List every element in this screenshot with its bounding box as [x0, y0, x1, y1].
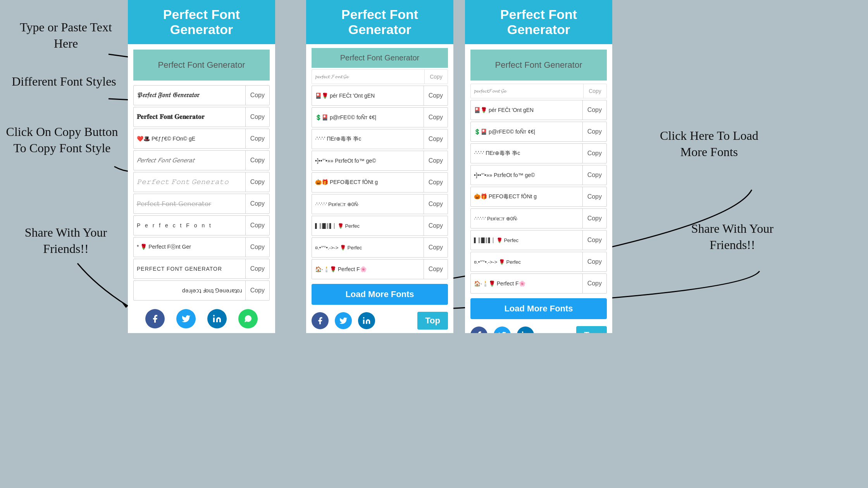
svg-marker-5 — [122, 303, 128, 308]
copy-button[interactable]: Copy — [245, 281, 269, 300]
font-row: 💲🎴 p@rFE©© foÑт ¢€| Copy — [312, 107, 448, 127]
font-row: 𝔓𝔢𝔯𝔣𝔢𝔠𝔱 𝔉𝔬𝔫𝔱 𝔊𝔢𝔫𝔢𝔯𝔞𝔱𝔬𝔯 Copy — [133, 85, 270, 105]
left-panel-header-2: Perfect Font Generator — [465, 0, 612, 44]
font-row: ɹoʇɐɹǝuǝ⅁ ʇuoℲ ʇɔǝɟɹǝd Copy — [133, 280, 270, 301]
font-row: •]••°'•»» PεrfeOt fo™ ge© Copy — [312, 151, 448, 171]
copy-button[interactable]: Copy — [582, 187, 606, 206]
tw-3[interactable] — [494, 326, 511, 333]
font-text: 𝙿𝚎𝚛𝚏𝚎𝚌𝚝 𝙵𝚘𝚗𝚝 𝙶𝚎𝚗𝚎𝚛𝚊𝚝𝚘 — [134, 178, 245, 186]
linkedin-button[interactable] — [207, 309, 227, 328]
copy-button[interactable]: Copy — [424, 259, 448, 279]
font-row: * 🌹 Perfect Fⓞnt Ger Copy — [133, 237, 270, 257]
copy-button[interactable]: Copy — [245, 86, 269, 105]
copy-button[interactable]: Copy — [582, 100, 606, 120]
copy-button[interactable]: Copy — [424, 108, 448, 127]
fb-3[interactable] — [470, 326, 487, 333]
copy-button[interactable]: Copy — [424, 173, 448, 192]
copy-button[interactable]: Copy — [582, 209, 606, 228]
facebook-button-right[interactable] — [312, 312, 329, 329]
font-row: 🎃🎁 PEFО毒ECT fÔNt g Copy — [470, 187, 607, 207]
left-panel-header: Perfect Font Generator — [128, 0, 275, 44]
font-text: ▌║█║▌│ 🌹 Perfec — [312, 223, 424, 229]
annotation-copy: Click On Copy Button To Copy Font Style — [4, 124, 120, 156]
font-text: 💲🎴 p@rFE©© foÑт ¢€| — [312, 114, 424, 120]
font-row: 🎃🎁 PEFО毒ECT fÔNt g Copy — [312, 172, 448, 192]
copy-button[interactable]: Copy — [245, 172, 269, 192]
twitter-button-right[interactable] — [335, 312, 352, 329]
copy-button[interactable]: Copy — [582, 230, 606, 250]
copy-button[interactable]: Copy — [245, 194, 269, 213]
font-row: 🏠·🕯️🌹 Perfect F🌸 Copy — [470, 273, 607, 294]
copy-button[interactable]: Copy — [424, 129, 448, 149]
font-text: 𝓹𝓮𝓻𝓯𝓮𝓬𝓽 𝓕𝓸𝓷𝓽 𝓖𝓮 — [312, 74, 424, 80]
font-row: ¤.•°'°•.->-> 🌹 Perfec Copy — [470, 252, 607, 272]
copy-button[interactable]: Copy — [583, 84, 606, 98]
left-panel-2: Perfect Font Generator Perfect Font Gene… — [465, 0, 612, 333]
copy-button[interactable]: Copy — [245, 259, 269, 278]
copy-button[interactable]: Copy — [582, 252, 606, 271]
copy-button[interactable]: Copy — [424, 86, 448, 105]
font-row: ·'·'·'·' ΠEr⊕毒亊 亊c Copy — [312, 129, 448, 149]
font-row: P e r f e c t F o n t Copy — [133, 215, 270, 235]
font-text: 𝓹𝓮𝓻𝓯𝓮𝓬𝓽𝓕𝓸𝓷𝓽 𝓖𝓮 — [471, 88, 583, 94]
top-button[interactable]: Top — [417, 312, 448, 330]
font-row: ▌║█║▌│ 🌹 Perfec Copy — [312, 216, 448, 236]
annotation-share-right: Share With Your Friends!! — [682, 221, 783, 253]
font-text: 🎃🎁 PEFО毒ECT fÔNt g — [471, 193, 582, 200]
linkedin-button-right[interactable] — [358, 312, 375, 329]
font-row: •]••°'•»» PεrfeOt fo™ ge© Copy — [470, 165, 607, 185]
copy-button[interactable]: Copy — [424, 70, 448, 84]
copy-button[interactable]: Copy — [245, 107, 269, 127]
font-row: 💲🎴 p@rFE©© foÑт ¢€| Copy — [470, 122, 607, 142]
font-text: * 🌹 Perfect Fⓞnt Ger — [134, 244, 245, 251]
copy-button[interactable]: Copy — [424, 238, 448, 257]
whatsapp-button[interactable] — [238, 309, 258, 328]
font-row: ·'·'·'·'·' Pεя'e□т ⊕0Ñ· Copy — [470, 208, 607, 229]
copy-button[interactable]: Copy — [245, 151, 269, 170]
font-row: 🎴🌹 pér FEČt 'Ont gEN Copy — [470, 100, 607, 120]
copy-button[interactable]: Copy — [424, 216, 448, 235]
copy-button[interactable]: Copy — [424, 194, 448, 214]
copy-button[interactable]: Copy — [582, 274, 606, 293]
font-row: 🏠·🕯️🌹 Perfect F🌸 Copy — [312, 259, 448, 279]
load-more-button-2[interactable]: Load More Fonts — [470, 298, 607, 319]
font-text: ·'·'·'·'·' Pεя'e□т ⊕0Ñ· — [312, 201, 424, 207]
top-button-2[interactable]: Top — [576, 326, 607, 333]
font-text: P̶e̶r̶f̶e̶c̶t̶ ̶F̶o̶n̶t̶ ̶G̶e̶n̶e̶r̶a̶t̶… — [134, 200, 245, 208]
copy-button[interactable]: Copy — [245, 237, 269, 257]
font-text: 𝔓𝔢𝔯𝔣𝔢𝔠𝔱 𝔉𝔬𝔫𝔱 𝔊𝔢𝔫𝔢𝔯𝔞𝔱𝔬𝔯 — [134, 91, 245, 99]
font-text: 💲🎴 p@rFE©© foÑт ¢€| — [471, 129, 582, 135]
font-text: ɹoʇɐɹǝuǝ⅁ ʇuoℲ ʇɔǝɟɹǝd — [134, 287, 245, 294]
font-row: ▌║█║▌│ 🌹 Perfec Copy — [470, 230, 607, 250]
font-row: 🎴🌹 pér FEČt 'Ont gEN Copy — [312, 86, 448, 106]
font-row: ·'·'·'·' ΠEr⊕毒亊 亊c Copy — [470, 143, 607, 163]
font-text: PERFECT FONT GENERATOR — [134, 266, 245, 272]
text-input[interactable] — [133, 50, 270, 81]
font-text: 🏠·🕯️🌹 Perfect F🌸 — [312, 266, 424, 272]
social-bar-left — [128, 304, 275, 333]
facebook-button[interactable] — [145, 309, 165, 328]
font-text: ·'·'·'·'·' Pεя'e□т ⊕0Ñ· — [471, 216, 582, 222]
font-row: PERFECT FONT GENERATOR Copy — [133, 259, 270, 279]
font-text: 🏠·🕯️🌹 Perfect F🌸 — [471, 280, 582, 287]
li-3[interactable] — [517, 326, 534, 333]
svg-point-8 — [213, 315, 215, 316]
right-input-2: Perfect Font Generator — [470, 50, 607, 81]
copy-button[interactable]: Copy — [245, 216, 269, 235]
twitter-button[interactable] — [176, 309, 196, 328]
font-text: •]••°'•»» PεrfeOt fo™ ge© — [471, 172, 582, 178]
left-panel: Perfect Font Generator 𝔓𝔢𝔯𝔣𝔢𝔠𝔱 𝔉𝔬𝔫𝔱 𝔊𝔢𝔫𝔢… — [128, 0, 275, 333]
copy-button[interactable]: Copy — [582, 144, 606, 163]
font-text: ❤️🎩 P€ƒƒ€© FOn© gE — [134, 136, 245, 142]
copy-button[interactable]: Copy — [582, 122, 606, 141]
font-text: ·'·'·'·' ΠEr⊕毒亊 亊c — [471, 150, 582, 157]
copy-button[interactable]: Copy — [582, 165, 606, 185]
font-text: 𝐏𝐞𝐫𝐟𝐞𝐜𝐭 𝐅𝐨𝐧𝐭 𝐆𝐞𝐧𝐞𝐫𝐚𝐭𝐨𝐫 — [134, 113, 245, 121]
font-text: 𝘗𝘦𝘳𝘧𝘦𝘤𝘵 𝘍𝘰𝘯𝘵 𝘎𝘦𝘯𝘦𝘳𝘢𝘵 — [134, 156, 245, 164]
svg-point-10 — [522, 332, 524, 333]
copy-button[interactable]: Copy — [424, 151, 448, 170]
font-text: •]••°'•»» PεrfeOt fo™ ge© — [312, 158, 424, 164]
font-row: 𝐏𝐞𝐫𝐟𝐞𝐜𝐭 𝐅𝐨𝐧𝐭 𝐆𝐞𝐧𝐞𝐫𝐚𝐭𝐨𝐫 Copy — [133, 107, 270, 127]
copy-button[interactable]: Copy — [245, 129, 269, 148]
load-more-button[interactable]: Load More Fonts — [312, 284, 448, 305]
